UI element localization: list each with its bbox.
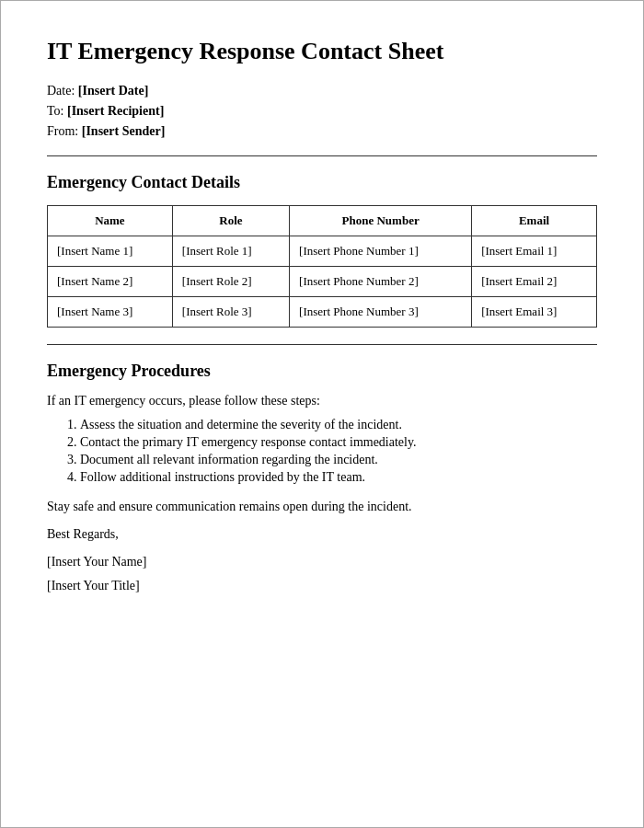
- closing-text: Stay safe and ensure communication remai…: [47, 500, 597, 514]
- to-value: [Insert Recipient]: [67, 104, 164, 118]
- table-cell: [Insert Role 1]: [172, 236, 289, 267]
- table-cell: [Insert Name 1]: [48, 236, 173, 267]
- from-value: [Insert Sender]: [82, 124, 166, 138]
- table-header-row: Name Role Phone Number Email: [48, 206, 597, 236]
- table-cell: [Insert Email 2]: [472, 267, 597, 297]
- regards-text: Best Regards,: [47, 527, 597, 542]
- contact-section-title: Emergency Contact Details: [47, 173, 597, 192]
- list-item: Contact the primary IT emergency respons…: [80, 435, 597, 450]
- list-item: Follow additional instructions provided …: [80, 470, 597, 485]
- procedures-section-title: Emergency Procedures: [47, 362, 597, 381]
- col-header-phone: Phone Number: [290, 206, 472, 236]
- divider-1: [47, 155, 597, 156]
- signature-name: [Insert Your Name]: [47, 555, 597, 569]
- procedures-intro: If an IT emergency occurs, please follow…: [47, 394, 597, 408]
- to-label: To:: [47, 104, 63, 118]
- table-cell: [Insert Name 3]: [48, 297, 173, 328]
- table-cell: [Insert Email 3]: [472, 297, 597, 328]
- table-cell: [Insert Name 2]: [48, 267, 173, 297]
- col-header-name: Name: [48, 206, 173, 236]
- col-header-email: Email: [472, 206, 597, 236]
- table-cell: [Insert Phone Number 2]: [290, 267, 472, 297]
- table-cell: [Insert Role 2]: [172, 267, 289, 297]
- list-item: Assess the situation and determine the s…: [80, 418, 597, 432]
- table-cell: [Insert Email 1]: [472, 236, 597, 267]
- contact-table: Name Role Phone Number Email [Insert Nam…: [47, 205, 597, 328]
- procedures-list: Assess the situation and determine the s…: [80, 418, 597, 485]
- document-title: IT Emergency Response Contact Sheet: [47, 38, 597, 65]
- table-row: [Insert Name 1][Insert Role 1][Insert Ph…: [48, 236, 597, 267]
- table-row: [Insert Name 3][Insert Role 3][Insert Ph…: [48, 297, 597, 328]
- list-item: Document all relevant information regard…: [80, 453, 597, 467]
- col-header-role: Role: [172, 206, 289, 236]
- date-label: Date:: [47, 84, 75, 98]
- signature-title: [Insert Your Title]: [47, 579, 597, 593]
- table-row: [Insert Name 2][Insert Role 2][Insert Ph…: [48, 267, 597, 297]
- to-field: To: [Insert Recipient]: [47, 104, 597, 119]
- table-cell: [Insert Role 3]: [172, 297, 289, 328]
- divider-2: [47, 344, 597, 345]
- table-cell: [Insert Phone Number 3]: [290, 297, 472, 328]
- date-field: Date: [Insert Date]: [47, 84, 597, 98]
- from-label: From:: [47, 124, 78, 138]
- document-container: IT Emergency Response Contact Sheet Date…: [0, 0, 644, 828]
- table-cell: [Insert Phone Number 1]: [290, 236, 472, 267]
- from-field: From: [Insert Sender]: [47, 124, 597, 139]
- date-value: [Insert Date]: [78, 84, 149, 98]
